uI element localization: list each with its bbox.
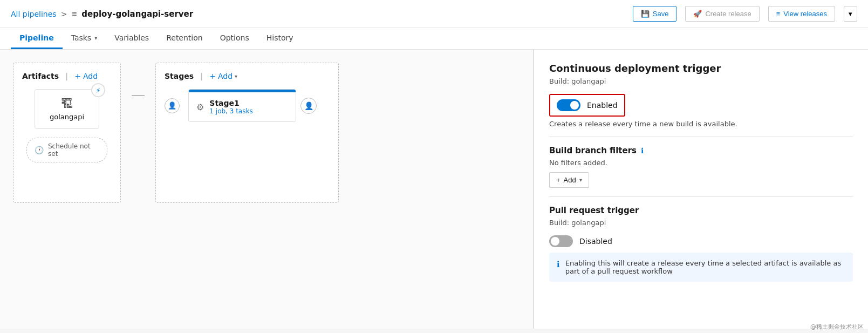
stages-add-icon: + xyxy=(209,72,216,80)
panel-build-subtitle: Build: golangapi xyxy=(549,77,853,85)
create-release-button[interactable]: 🚀 Create release xyxy=(685,6,759,22)
stage-gear-icon: ⚙ xyxy=(196,102,204,112)
cd-toggle-highlight: Enabled xyxy=(549,94,625,117)
artifacts-header: Artifacts | + Add xyxy=(22,72,112,80)
pre-approver-icon: 👤 xyxy=(168,101,176,110)
add-filter-button[interactable]: + Add ▾ xyxy=(549,172,589,188)
pr-toggle[interactable] xyxy=(549,235,573,247)
cd-toggle-slider xyxy=(557,99,580,111)
schedule-label: Schedule not set xyxy=(48,142,99,158)
stage-row: 👤 ⚙ Stage1 1 job, 3 tasks 👤 xyxy=(165,89,330,122)
add-filter-label: Add xyxy=(564,176,576,184)
stage-info: Stage1 1 job, 3 tasks xyxy=(209,99,288,115)
stages-header: Stages | + Add ▾ xyxy=(165,72,330,80)
divider-1 xyxy=(549,137,853,137)
tabs-bar: Pipeline Tasks ▾ Variables Retention Opt… xyxy=(0,28,868,50)
top-bar: All pipelines > ≡ deploy-golangapi-serve… xyxy=(0,0,868,28)
save-button[interactable]: 💾 Save xyxy=(633,6,677,22)
pr-toggle-slider xyxy=(549,235,573,247)
breadcrumb: All pipelines > ≡ deploy-golangapi-serve… xyxy=(11,9,193,19)
save-label: Save xyxy=(653,10,669,18)
tab-retention[interactable]: Retention xyxy=(158,28,211,49)
add-filter-chevron-icon: ▾ xyxy=(579,177,582,183)
breadcrumb-separator: > xyxy=(61,10,67,18)
pipeline-canvas: Artifacts | + Add ⚡ 🏗 golangapi 🕐 Schedu… xyxy=(0,50,534,329)
add-filter-icon: + xyxy=(556,176,561,184)
panel-title: Continuous deployment trigger xyxy=(549,63,853,74)
divider-2 xyxy=(549,196,853,197)
create-release-icon: 🚀 xyxy=(693,10,702,18)
stages-separator: | xyxy=(200,72,203,80)
tab-variables-label: Variables xyxy=(114,33,149,42)
tab-variables[interactable]: Variables xyxy=(106,28,158,49)
stages-add-label: Add xyxy=(218,72,233,80)
watermark: @稀土掘金技术社区 xyxy=(810,323,864,329)
cd-enabled-label: Enabled xyxy=(587,101,618,110)
save-icon: 💾 xyxy=(641,10,650,18)
tab-history-label: History xyxy=(266,33,293,42)
build-branch-title: Build branch filters xyxy=(549,146,637,155)
tab-tasks[interactable]: Tasks ▾ xyxy=(63,28,106,49)
pr-info-box: ℹ Enabling this will create a release ev… xyxy=(549,253,853,282)
stage-name: Stage1 xyxy=(209,99,288,107)
cd-toggle-desc: Creates a release every time a new build… xyxy=(549,120,853,128)
pr-info-icon: ℹ xyxy=(557,260,560,269)
more-icon: ▾ xyxy=(849,10,852,18)
stages-add-button[interactable]: + Add ▾ xyxy=(209,72,237,80)
cd-toggle-knob xyxy=(570,101,579,110)
canvas-row: Artifacts | + Add ⚡ 🏗 golangapi 🕐 Schedu… xyxy=(13,63,520,203)
cd-toggle[interactable] xyxy=(557,99,580,111)
artifacts-add-button[interactable]: + Add xyxy=(74,72,98,80)
stages-box: Stages | + Add ▾ 👤 ⚙ xyxy=(155,63,339,203)
stage-card-stage1[interactable]: ⚙ Stage1 1 job, 3 tasks xyxy=(188,89,296,122)
pr-toggle-knob xyxy=(551,237,559,246)
post-approver-icon: 👤 xyxy=(304,101,313,110)
tasks-chevron-icon: ▾ xyxy=(94,35,97,41)
more-button[interactable]: ▾ xyxy=(844,6,857,22)
tab-tasks-label: Tasks xyxy=(71,33,92,42)
stages-add-chevron-icon: ▾ xyxy=(235,73,237,79)
artifact-lightning-badge[interactable]: ⚡ xyxy=(91,83,105,97)
artifacts-add-label: Add xyxy=(83,72,98,80)
stage-pre-approver-button[interactable]: 👤 xyxy=(165,98,180,113)
build-branch-info-icon: ℹ xyxy=(641,146,644,155)
stage-card-body: ⚙ Stage1 1 job, 3 tasks xyxy=(189,92,296,121)
connector-line xyxy=(132,63,145,96)
pipeline-type-icon: ≡ xyxy=(71,10,77,18)
right-panel: Continuous deployment trigger Build: gol… xyxy=(534,50,868,329)
stage-post-approver-button[interactable]: 👤 xyxy=(300,98,317,114)
stages-title: Stages xyxy=(165,72,194,80)
top-actions: 💾 Save 🚀 Create release ≡ View releases … xyxy=(633,6,857,22)
artifacts-box: Artifacts | + Add ⚡ 🏗 golangapi 🕐 Schedu… xyxy=(13,63,121,203)
pull-request-title: Pull request trigger xyxy=(549,206,853,215)
create-release-label: Create release xyxy=(705,10,751,18)
pipeline-name: deploy-golangapi-server xyxy=(81,9,193,19)
artifact-build-icon: 🏗 xyxy=(61,97,73,111)
view-releases-label: View releases xyxy=(783,10,827,18)
tab-pipeline-label: Pipeline xyxy=(19,33,54,42)
tab-history[interactable]: History xyxy=(258,28,302,49)
tab-pipeline[interactable]: Pipeline xyxy=(11,28,63,49)
tab-retention-label: Retention xyxy=(166,33,203,42)
artifact-name: golangapi xyxy=(50,113,84,121)
artifacts-separator: | xyxy=(65,72,68,80)
pr-info-text: Enabling this will create a release ever… xyxy=(565,259,845,275)
stage-sub[interactable]: 1 job, 3 tasks xyxy=(209,107,288,115)
artifacts-add-icon: + xyxy=(74,72,81,80)
tab-options-label: Options xyxy=(220,33,249,42)
schedule-item[interactable]: 🕐 Schedule not set xyxy=(26,138,107,162)
no-filters-label: No filters added. xyxy=(549,159,853,167)
pull-request-build: Build: golangapi xyxy=(549,219,853,227)
artifacts-title: Artifacts xyxy=(22,72,59,80)
tab-options[interactable]: Options xyxy=(211,28,258,49)
all-pipelines-link[interactable]: All pipelines xyxy=(11,10,57,18)
view-releases-icon: ≡ xyxy=(776,10,781,18)
pr-disabled-label: Disabled xyxy=(579,237,612,246)
view-releases-button[interactable]: ≡ View releases xyxy=(768,6,835,22)
build-branch-header: Build branch filters ℹ xyxy=(549,146,853,155)
pr-toggle-row: Disabled xyxy=(549,235,853,247)
artifact-item-golangapi[interactable]: ⚡ 🏗 golangapi xyxy=(35,89,99,129)
schedule-clock-icon: 🕐 xyxy=(35,146,44,154)
main-content: Artifacts | + Add ⚡ 🏗 golangapi 🕐 Schedu… xyxy=(0,50,868,329)
